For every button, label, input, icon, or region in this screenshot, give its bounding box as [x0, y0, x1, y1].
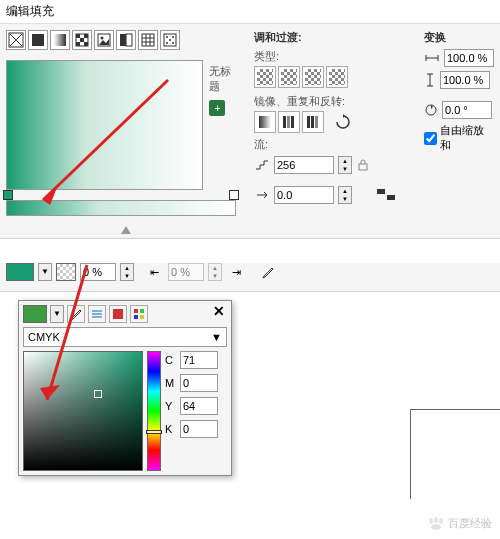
reverse-icon[interactable] [334, 113, 352, 131]
fill-bitmap-button[interactable] [94, 30, 114, 50]
svg-rect-44 [140, 315, 144, 319]
fill-solid-button[interactable] [28, 30, 48, 50]
svg-rect-7 [84, 34, 88, 38]
svg-point-25 [169, 39, 171, 41]
mirror-label: 镜像、重复和反转: [254, 94, 400, 109]
svg-point-21 [166, 36, 168, 38]
flow-label: 流: [254, 137, 400, 152]
svg-point-12 [101, 37, 104, 40]
height-icon [424, 72, 436, 88]
color-field-cursor[interactable] [94, 390, 102, 398]
svg-rect-26 [259, 116, 271, 128]
harmony-section-label: 调和过渡: [254, 30, 400, 45]
svg-point-50 [434, 517, 438, 523]
node-color-swatch[interactable] [6, 263, 34, 281]
k-label: K [165, 423, 177, 435]
mirror-default-button[interactable] [254, 111, 276, 133]
canvas-corner [410, 409, 500, 499]
svg-rect-6 [76, 34, 80, 38]
picker-color-dropdown[interactable]: ▼ [50, 305, 64, 323]
flow-spinner[interactable]: ▲▼ [338, 156, 352, 174]
offset-input[interactable] [274, 186, 334, 204]
svg-rect-41 [134, 309, 138, 313]
rotate-input[interactable] [442, 101, 492, 119]
gradient-midpoint[interactable] [121, 226, 131, 234]
node-position-spinner[interactable]: ▲▼ [208, 263, 222, 281]
svg-rect-40 [113, 309, 123, 319]
fill-texture-button[interactable] [138, 30, 158, 50]
svg-point-51 [439, 518, 443, 524]
m-label: M [165, 377, 177, 389]
add-preset-button[interactable]: + [209, 100, 225, 116]
node-color-dropdown[interactable]: ▼ [38, 263, 52, 281]
swap-icon[interactable] [376, 187, 400, 203]
y-label: Y [165, 400, 177, 412]
picker-eyedropper-icon[interactable] [67, 305, 85, 323]
hue-cursor[interactable] [146, 430, 162, 434]
type-square-button[interactable] [326, 66, 348, 88]
fill-twocolor-button[interactable] [116, 30, 136, 50]
svg-point-22 [172, 36, 174, 38]
svg-point-24 [172, 42, 174, 44]
node-position-input[interactable] [168, 263, 204, 281]
gradient-stop-left[interactable] [3, 190, 13, 200]
svg-rect-34 [377, 189, 385, 194]
svg-rect-31 [311, 116, 314, 128]
svg-rect-15 [142, 34, 154, 46]
node-opacity-input[interactable] [80, 263, 116, 281]
fill-postscript-button[interactable] [160, 30, 180, 50]
svg-point-52 [431, 524, 441, 530]
type-linear-button[interactable] [254, 66, 276, 88]
y-input[interactable] [180, 397, 218, 415]
hue-slider[interactable] [147, 351, 161, 471]
color-model-dropdown[interactable]: CMYK▼ [23, 327, 227, 347]
node-transparency-swatch[interactable] [56, 263, 76, 281]
svg-rect-43 [134, 315, 138, 319]
preset-name-label: 无标题 [209, 64, 242, 94]
svg-rect-33 [359, 164, 367, 170]
position-prev-icon[interactable]: ⇤ [144, 263, 164, 281]
color-picker-panel: ▼ ✕ CMYK▼ C M Y K [18, 300, 232, 476]
rotate-icon [424, 103, 438, 117]
type-conical-button[interactable] [302, 66, 324, 88]
picker-close-button[interactable]: ✕ [211, 303, 227, 319]
fill-none-button[interactable] [6, 30, 26, 50]
svg-rect-28 [287, 116, 290, 128]
color-field[interactable] [23, 351, 143, 471]
transform-section-label: 变换 [424, 30, 494, 45]
fill-type-toolbar [6, 30, 242, 50]
offset-spinner[interactable]: ▲▼ [338, 186, 352, 204]
picker-palette-button[interactable] [130, 305, 148, 323]
picker-current-color [23, 305, 47, 323]
svg-rect-4 [54, 34, 66, 46]
c-input[interactable] [180, 351, 218, 369]
mirror-repeat-button[interactable] [278, 111, 300, 133]
gradient-bar[interactable] [6, 200, 236, 216]
type-radial-button[interactable] [278, 66, 300, 88]
gradient-stop-right[interactable] [229, 190, 239, 200]
fill-gradient-button[interactable] [50, 30, 70, 50]
svg-rect-32 [315, 116, 318, 128]
mirror-reverse-button[interactable] [302, 111, 324, 133]
gradient-editor[interactable] [6, 200, 236, 232]
node-opacity-spinner[interactable]: ▲▼ [120, 263, 134, 281]
svg-point-23 [166, 42, 168, 44]
free-scale-checkbox[interactable] [424, 132, 437, 145]
m-input[interactable] [180, 374, 218, 392]
k-input[interactable] [180, 420, 218, 438]
flow-steps-input[interactable] [274, 156, 334, 174]
picker-viewer-button[interactable] [109, 305, 127, 323]
gradient-preview [6, 60, 203, 190]
position-next-icon[interactable]: ⇥ [226, 263, 246, 281]
main-panel: 无标题 + 调和过渡: 类型: 镜像、重复和反转: [0, 24, 500, 239]
width-icon [424, 52, 440, 64]
picker-sliders-button[interactable] [88, 305, 106, 323]
svg-rect-29 [291, 116, 294, 128]
svg-rect-42 [140, 309, 144, 313]
fill-pattern-button[interactable] [72, 30, 92, 50]
svg-rect-8 [80, 38, 84, 42]
lock-icon[interactable] [356, 158, 370, 172]
eyedropper-icon[interactable] [258, 263, 278, 281]
width-input[interactable] [444, 49, 494, 67]
height-input[interactable] [440, 71, 490, 89]
